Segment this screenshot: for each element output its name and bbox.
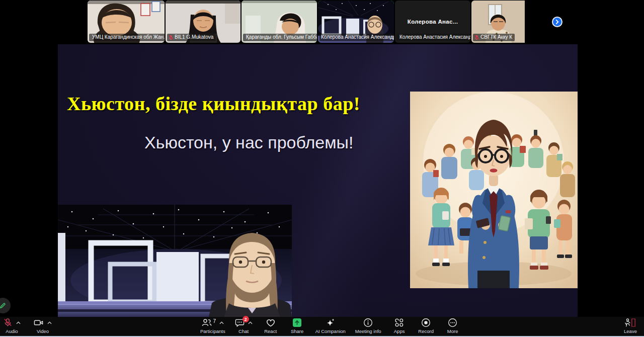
participant-name-label: УМЦ Карагандинская обл Жан... <box>89 34 165 41</box>
chevron-up-icon[interactable] <box>248 321 253 324</box>
ai-companion-button[interactable]: AI Companion <box>315 318 346 334</box>
mic-muted-icon <box>169 35 173 40</box>
video-label: Video <box>37 328 49 334</box>
participants-icon <box>202 318 212 327</box>
participant-name-label: BIL1 G.Mukatova <box>167 34 216 41</box>
apps-label: Apps <box>394 328 405 334</box>
participant-name-label: СВГТК Акку К <box>473 34 515 41</box>
chat-button[interactable]: 2 Chat <box>235 318 253 334</box>
video-button[interactable]: Video <box>34 318 52 334</box>
teacher-figure <box>468 120 519 288</box>
slide-illustration-teacher-with-students <box>410 92 578 288</box>
shared-screen-content: Хьюстон, бізде қиындықтар бар! Хьюстон, … <box>58 44 578 317</box>
participant-tile-active-speaker[interactable]: Колерова Анастасия Александров... <box>318 1 394 43</box>
meeting-toolbar: Audio Video 7 <box>0 317 644 336</box>
leave-icon <box>624 318 636 327</box>
participant-name-text: Қарағанды обл. Гульсым Габба... <box>246 34 317 40</box>
participant-tile[interactable]: СВГТК Акку К <box>471 1 546 43</box>
react-button[interactable]: React <box>262 318 279 334</box>
mic-muted-icon <box>3 318 13 327</box>
audio-button[interactable]: Audio <box>3 318 21 334</box>
next-participants-page-button[interactable] <box>552 17 562 27</box>
record-label: Record <box>418 328 434 334</box>
share-label: Share <box>291 328 303 334</box>
ai-sparkle-icon <box>326 318 336 327</box>
apps-icon <box>394 318 404 327</box>
slide-title-kazakh: Хьюстон, бізде қиындықтар бар! <box>67 93 360 115</box>
chevron-up-icon[interactable] <box>219 321 224 324</box>
chevron-right-icon <box>554 19 560 25</box>
participant-tile[interactable]: Қарағанды обл. Гульсым Габба... <box>242 1 317 43</box>
leave-button[interactable]: Leave <box>622 318 639 334</box>
participant-name-text: УМЦ Карагандинская обл Жан... <box>92 34 165 40</box>
participant-tile[interactable]: УМЦ Карагандинская обл Жан... <box>88 1 165 43</box>
participant-display-name: Колерова Анас... <box>395 19 470 25</box>
more-dots-icon <box>448 318 457 327</box>
audio-label: Audio <box>6 328 18 334</box>
presenter-webcam-video[interactable] <box>58 205 292 317</box>
more-button[interactable]: More <box>444 318 461 334</box>
participants-label: Participants <box>200 328 225 334</box>
chat-label: Chat <box>238 328 249 334</box>
chevron-up-icon[interactable] <box>16 321 21 324</box>
chat-unread-badge: 2 <box>243 316 249 322</box>
participant-name-text: СВГТК Акку К <box>480 34 512 40</box>
record-icon <box>421 318 431 327</box>
participant-name-label: Қарағанды обл. Гульсым Габба... <box>243 34 317 41</box>
apps-button[interactable]: Apps <box>391 318 408 334</box>
pencil-icon <box>0 302 7 309</box>
leave-label: Leave <box>624 328 637 334</box>
participants-count: 7 <box>213 318 216 324</box>
mic-muted-icon <box>474 35 479 40</box>
camera-icon <box>34 318 44 327</box>
record-button[interactable]: Record <box>418 318 435 334</box>
ai-companion-label: AI Companion <box>315 328 346 334</box>
meeting-info-button[interactable]: Meeting info <box>355 318 381 334</box>
annotate-button[interactable] <box>0 298 11 313</box>
participant-name-label: Колерова Анастасия Александ... <box>396 34 470 41</box>
more-label: More <box>447 328 458 334</box>
share-button[interactable]: Share <box>289 318 306 334</box>
participant-tile[interactable]: BIL1 G.Mukatova <box>166 1 240 43</box>
participant-name-label: Колерова Анастасия Александров... <box>319 34 394 41</box>
chevron-up-icon[interactable] <box>47 321 52 324</box>
participants-button[interactable]: 7 Participants <box>200 318 225 334</box>
share-screen-icon <box>292 318 302 327</box>
heart-icon <box>266 318 276 327</box>
participant-name-text: Колерова Анастасия Александ... <box>399 34 470 40</box>
meeting-info-label: Meeting info <box>355 328 381 334</box>
participants-filmstrip: УМЦ Карагандинская обл Жан... BIL1 G.Muk… <box>0 0 644 44</box>
participant-name-text: Колерова Анастасия Александров... <box>321 34 394 40</box>
participant-name-text: BIL1 G.Mukatova <box>175 34 213 40</box>
react-label: React <box>264 328 277 334</box>
participant-tile-camera-off[interactable]: Колерова Анас... Колерова Анастасия Алек… <box>395 1 470 43</box>
slide-title-russian: Хьюстон, у нас проблемы! <box>144 133 353 152</box>
info-icon <box>363 318 373 327</box>
